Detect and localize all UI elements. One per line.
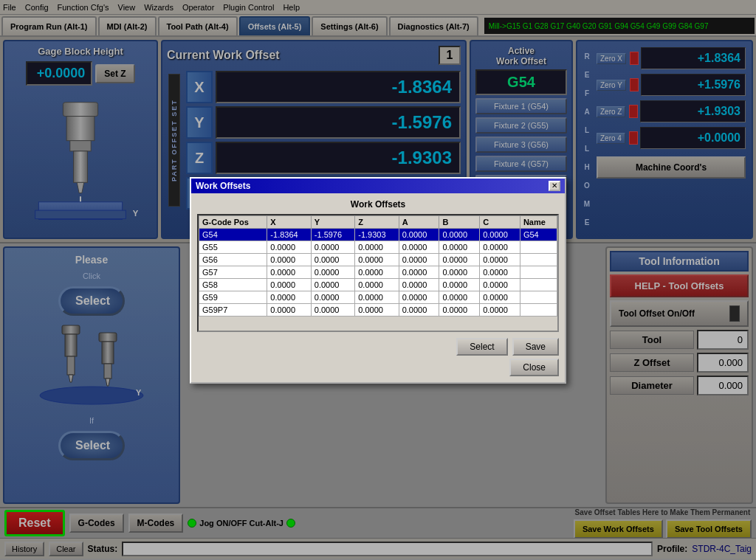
cell-c: 0.0000 [480,303,520,316]
table-row[interactable]: G590.00000.00000.00000.00000.00000.0000 [199,291,557,303]
cell-gcode: G58 [199,278,267,291]
cell-gcode: G56 [199,253,267,266]
cell-b: 0.0000 [439,253,480,266]
table-body: G54-1.8364-1.5976-1.93030.00000.00000.00… [199,228,557,316]
table-row[interactable]: G59P70.00000.00000.00000.00000.00000.000… [199,303,557,316]
cell-b: 0.0000 [439,278,480,291]
modal-title: Work Offsets [196,181,250,191]
cell-b: 0.0000 [439,303,480,316]
col-name: Name [520,215,557,228]
modal-inner: Work Offsets G-Code Pos X Y Z A B C Name [191,193,565,382]
modal-overlay: Work Offsets ✕ Work Offsets G-Code Pos X… [0,0,756,560]
cell-y: 0.0000 [311,291,354,303]
cell-x: 0.0000 [267,241,311,253]
cell-y: 0.0000 [311,241,354,253]
cell-y: -1.5976 [311,228,354,241]
cell-x: 0.0000 [267,278,311,291]
cell-x: 0.0000 [267,303,311,316]
cell-name [520,278,557,291]
cell-gcode: G57 [199,266,267,278]
cell-name: G54 [520,228,557,241]
cell-gcode: G59 [199,291,267,303]
cell-c: 0.0000 [480,253,520,266]
col-gcode-pos: G-Code Pos [199,215,267,228]
cell-z: 0.0000 [355,291,399,303]
cell-name [520,266,557,278]
cell-z: 0.0000 [355,241,399,253]
cell-name [520,291,557,303]
cell-b: 0.0000 [439,241,480,253]
modal-close-button[interactable]: ✕ [549,181,560,191]
modal-select-button[interactable]: Select [456,338,507,356]
cell-x: -1.8364 [267,228,311,241]
cell-y: 0.0000 [311,266,354,278]
cell-c: 0.0000 [480,278,520,291]
cell-b: 0.0000 [439,291,480,303]
cell-gcode: G54 [199,228,267,241]
cell-name [520,253,557,266]
cell-a: 0.0000 [399,303,439,316]
cell-z: 0.0000 [355,253,399,266]
cell-a: 0.0000 [399,253,439,266]
work-offsets-table-wrapper[interactable]: G-Code Pos X Y Z A B C Name G54-1.8364-1… [197,214,559,332]
cell-z: -1.9303 [355,228,399,241]
cell-x: 0.0000 [267,266,311,278]
cell-a: 0.0000 [399,278,439,291]
col-c: C [480,215,520,228]
table-row[interactable]: G550.00000.00000.00000.00000.00000.0000 [199,241,557,253]
table-row[interactable]: G54-1.8364-1.5976-1.93030.00000.00000.00… [199,228,557,241]
table-row[interactable]: G560.00000.00000.00000.00000.00000.0000 [199,253,557,266]
cell-x: 0.0000 [267,291,311,303]
cell-gcode: G59P7 [199,303,267,316]
cell-a: 0.0000 [399,228,439,241]
cell-y: 0.0000 [311,303,354,316]
cell-y: 0.0000 [311,278,354,291]
cell-z: 0.0000 [355,278,399,291]
col-x: X [267,215,311,228]
work-offsets-table: G-Code Pos X Y Z A B C Name G54-1.8364-1… [199,215,557,317]
cell-gcode: G55 [199,241,267,253]
cell-z: 0.0000 [355,266,399,278]
cell-x: 0.0000 [267,253,311,266]
cell-y: 0.0000 [311,253,354,266]
modal-close-bottom-button[interactable]: Close [509,359,559,376]
cell-c: 0.0000 [480,241,520,253]
cell-name [520,241,557,253]
cell-z: 0.0000 [355,303,399,316]
work-offsets-modal: Work Offsets ✕ Work Offsets G-Code Pos X… [190,177,566,384]
table-row[interactable]: G570.00000.00000.00000.00000.00000.0000 [199,266,557,278]
cell-a: 0.0000 [399,266,439,278]
col-a: A [399,215,439,228]
cell-name [520,303,557,316]
cell-b: 0.0000 [439,228,480,241]
modal-buttons: Select Save [197,338,559,356]
modal-save-button[interactable]: Save [512,338,559,356]
table-header-row: G-Code Pos X Y Z A B C Name [199,215,557,228]
col-b: B [439,215,480,228]
col-z: Z [355,215,399,228]
cell-a: 0.0000 [399,291,439,303]
modal-subtitle: Work Offsets [197,199,559,210]
cell-c: 0.0000 [480,291,520,303]
cell-a: 0.0000 [399,241,439,253]
cell-b: 0.0000 [439,266,480,278]
table-header: G-Code Pos X Y Z A B C Name [199,215,557,228]
col-y: Y [311,215,354,228]
cell-c: 0.0000 [480,228,520,241]
cell-c: 0.0000 [480,266,520,278]
table-row[interactable]: G580.00000.00000.00000.00000.00000.0000 [199,278,557,291]
modal-title-bar: Work Offsets ✕ [191,179,565,193]
